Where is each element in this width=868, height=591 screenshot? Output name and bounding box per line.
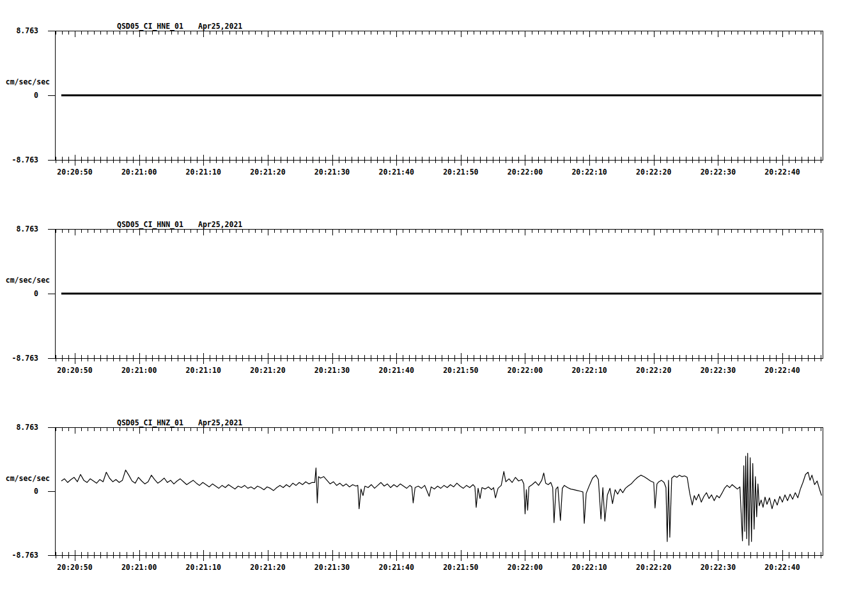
waveform-trace <box>61 453 822 546</box>
plot-date: Apr25,2021 <box>198 22 242 31</box>
x-tick-label: 20:22:40 <box>757 168 808 177</box>
y-axis-min-label: -8.763 <box>0 551 38 560</box>
y-axis-max-label: 8.763 <box>0 26 38 35</box>
plot-date: Apr25,2021 <box>198 220 242 229</box>
seismogram-canvas <box>0 0 868 591</box>
x-tick-label: 20:21:30 <box>307 366 358 375</box>
x-tick-label: 20:21:00 <box>114 563 165 572</box>
x-tick-label: 20:22:20 <box>628 366 679 375</box>
x-tick-label: 20:22:00 <box>499 168 550 177</box>
seismogram-page: { "page": { "background": "#ffffff", "in… <box>0 0 868 591</box>
x-tick-label: 20:22:10 <box>564 366 615 375</box>
y-axis-zero-label: 0 <box>0 91 38 100</box>
y-axis-unit-label: cm/sec/sec <box>0 276 50 285</box>
x-tick-label: 20:21:20 <box>242 168 293 177</box>
x-tick-label: 20:22:00 <box>499 563 550 572</box>
x-tick-label: 20:20:50 <box>49 563 100 572</box>
x-tick-label: 20:21:10 <box>178 366 229 375</box>
x-tick-label: 20:22:30 <box>692 563 743 572</box>
x-tick-label: 20:22:30 <box>692 366 743 375</box>
x-tick-label: 20:21:10 <box>178 563 229 572</box>
y-axis-unit-label: cm/sec/sec <box>0 474 50 483</box>
x-tick-label: 20:22:10 <box>564 563 615 572</box>
x-tick-label: 20:22:20 <box>628 563 679 572</box>
x-tick-label: 20:20:50 <box>49 366 100 375</box>
x-tick-label: 20:21:30 <box>307 168 358 177</box>
x-tick-label: 20:21:20 <box>242 366 293 375</box>
x-tick-label: 20:21:30 <box>307 563 358 572</box>
x-tick-label: 20:22:30 <box>692 168 743 177</box>
x-tick-label: 20:22:40 <box>757 563 808 572</box>
x-tick-label: 20:21:40 <box>371 366 422 375</box>
x-tick-label: 20:21:20 <box>242 563 293 572</box>
x-tick-label: 20:21:10 <box>178 168 229 177</box>
y-axis-zero-label: 0 <box>0 487 38 496</box>
y-axis-max-label: 8.763 <box>0 423 38 432</box>
y-axis-min-label: -8.763 <box>0 155 38 164</box>
x-tick-label: 20:20:50 <box>49 168 100 177</box>
x-tick-label: 20:21:50 <box>435 366 486 375</box>
plot-title: QSD05_CI_HNZ_01 <box>117 418 183 427</box>
y-axis-unit-label: cm/sec/sec <box>0 77 50 86</box>
x-tick-label: 20:21:40 <box>371 168 422 177</box>
x-tick-label: 20:22:40 <box>757 366 808 375</box>
y-axis-min-label: -8.763 <box>0 354 38 363</box>
plot-title: QSD05_CI_HNN_01 <box>117 220 183 229</box>
plot-date: Apr25,2021 <box>198 418 242 427</box>
y-axis-zero-label: 0 <box>0 289 38 298</box>
plot-title: QSD05_CI_HNE_01 <box>117 22 183 31</box>
x-tick-label: 20:21:50 <box>435 563 486 572</box>
x-tick-label: 20:22:00 <box>499 366 550 375</box>
x-tick-label: 20:22:20 <box>628 168 679 177</box>
x-tick-label: 20:21:50 <box>435 168 486 177</box>
x-tick-label: 20:21:00 <box>114 168 165 177</box>
x-tick-label: 20:21:40 <box>371 563 422 572</box>
x-tick-label: 20:21:00 <box>114 366 165 375</box>
plot-frame <box>56 428 823 556</box>
y-axis-max-label: 8.763 <box>0 225 38 233</box>
x-tick-label: 20:22:10 <box>564 168 615 177</box>
